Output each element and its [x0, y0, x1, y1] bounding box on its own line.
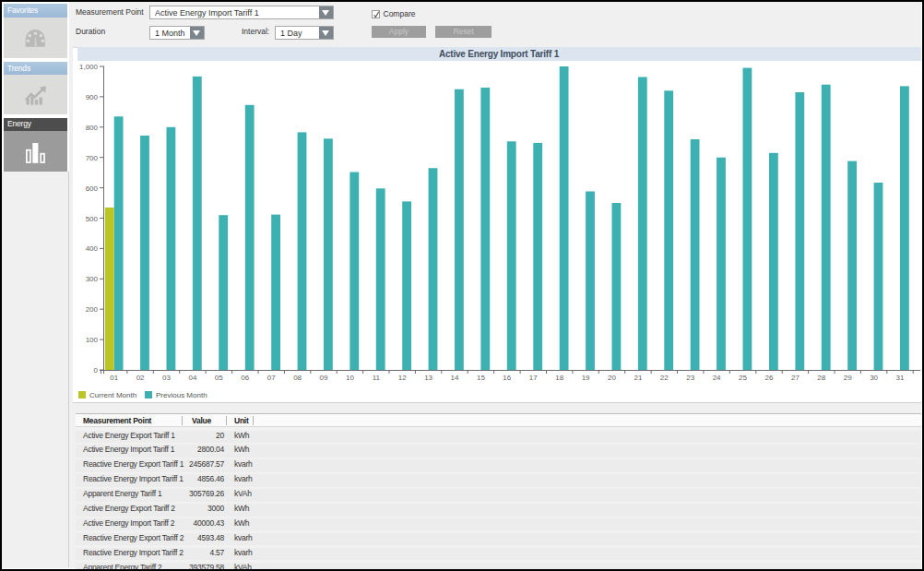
svg-text:07: 07 [267, 374, 276, 382]
svg-text:31: 31 [896, 374, 905, 382]
svg-text:19: 19 [582, 374, 590, 382]
svg-text:29: 29 [844, 374, 852, 382]
svg-text:23: 23 [686, 374, 694, 382]
svg-text:08: 08 [293, 374, 302, 382]
svg-text:21: 21 [634, 374, 642, 382]
svg-text:800: 800 [86, 124, 99, 132]
svg-text:16: 16 [503, 374, 511, 382]
svg-text:22: 22 [660, 374, 669, 382]
svg-text:20: 20 [608, 374, 616, 382]
svg-text:500: 500 [86, 215, 99, 223]
svg-text:02: 02 [136, 374, 145, 382]
svg-text:300: 300 [86, 275, 99, 283]
svg-text:900: 900 [86, 93, 99, 101]
svg-text:13: 13 [424, 374, 432, 382]
svg-text:18: 18 [555, 374, 563, 382]
svg-text:400: 400 [86, 244, 99, 253]
svg-text:06: 06 [241, 374, 249, 382]
svg-text:30: 30 [870, 374, 878, 382]
svg-text:03: 03 [162, 374, 171, 382]
svg-text:26: 26 [765, 374, 774, 382]
svg-text:01: 01 [110, 374, 118, 382]
svg-text:24: 24 [713, 374, 721, 382]
svg-text:05: 05 [215, 374, 223, 382]
svg-text:25: 25 [739, 374, 747, 382]
svg-text:Previous Month: Previous Month [156, 391, 207, 399]
svg-text:12: 12 [398, 374, 407, 382]
svg-text:17: 17 [529, 374, 538, 382]
svg-text:11: 11 [373, 374, 381, 382]
svg-text:Active Energy Import Tariff 1: Active Energy Import Tariff 1 [439, 49, 560, 59]
svg-text:09: 09 [320, 374, 328, 382]
svg-text:10: 10 [346, 374, 354, 382]
svg-text:600: 600 [86, 184, 99, 193]
svg-text:28: 28 [817, 374, 825, 382]
svg-text:700: 700 [86, 154, 99, 162]
svg-text:04: 04 [188, 374, 196, 382]
svg-text:200: 200 [86, 305, 99, 314]
svg-text:0: 0 [94, 366, 99, 375]
svg-text:Current Month: Current Month [89, 391, 136, 399]
svg-text:27: 27 [791, 374, 800, 382]
svg-text:14: 14 [451, 374, 459, 382]
svg-text:100: 100 [86, 336, 99, 344]
svg-text:15: 15 [477, 374, 485, 382]
svg-text:1,000: 1,000 [79, 63, 99, 71]
